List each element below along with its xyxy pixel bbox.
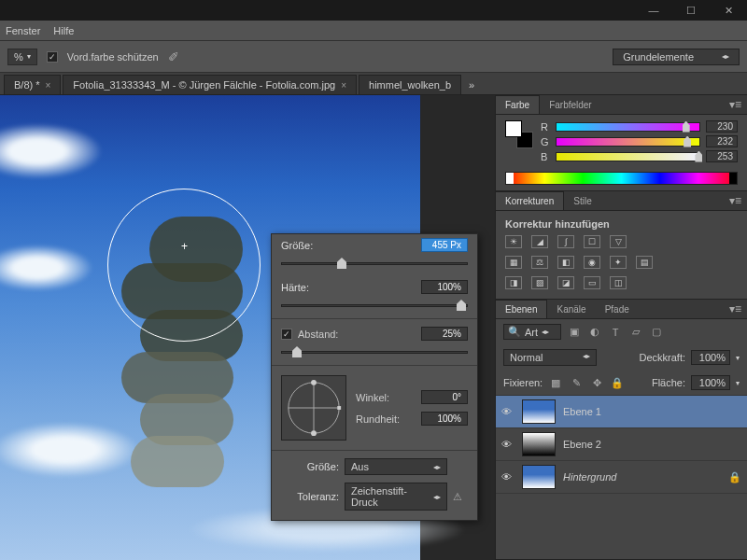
menu-hilfe[interactable]: Hilfe: [53, 25, 74, 36]
b-value[interactable]: 253: [706, 150, 738, 162]
layer-name[interactable]: Ebene 2: [563, 439, 601, 450]
svg-point-3: [311, 380, 317, 385]
color-spectrum[interactable]: [505, 172, 738, 185]
threshold-icon[interactable]: ◪: [557, 276, 574, 289]
layer-name[interactable]: Hintergrund: [563, 471, 616, 483]
g-value[interactable]: 232: [706, 135, 738, 147]
visibility-icon[interactable]: 👁: [501, 406, 514, 417]
tab-pfade[interactable]: Pfade: [596, 301, 639, 318]
close-icon[interactable]: ×: [46, 80, 51, 91]
blend-mode-dropdown[interactable]: Normal◂▸: [503, 349, 597, 366]
bw-icon[interactable]: ◧: [557, 256, 574, 269]
size-input[interactable]: 455 Px: [421, 238, 468, 252]
g-slider[interactable]: [556, 137, 700, 147]
protect-foreground-checkbox[interactable]: ✓: [47, 51, 58, 63]
right-panels: Farbe Farbfelder ▾≡ R230 G232 B253 Korre…: [495, 95, 747, 560]
color-swatch[interactable]: [505, 120, 533, 148]
tab-farbe[interactable]: Farbe: [496, 95, 540, 114]
tab-1[interactable]: B/8) *×: [4, 75, 61, 94]
size-slider[interactable]: [281, 258, 468, 269]
warning-icon: ⚠: [453, 491, 462, 503]
panel-menu-icon[interactable]: ▾≡: [724, 302, 747, 315]
layer-name[interactable]: Ebene 1: [563, 406, 601, 417]
layer-thumbnail: [522, 399, 556, 424]
filter-shape-icon[interactable]: ▱: [628, 326, 643, 339]
workspace-dropdown[interactable]: Grundelemente◂▸: [613, 49, 740, 65]
opacity-field[interactable]: %▾: [7, 49, 37, 65]
lock-position-icon[interactable]: ✥: [589, 376, 604, 389]
angle-input[interactable]: 0°: [421, 390, 468, 404]
filter-type-icon[interactable]: T: [608, 326, 623, 339]
roundness-input[interactable]: 100%: [421, 412, 468, 426]
gradient-map-icon[interactable]: ▭: [584, 276, 600, 289]
close-icon[interactable]: ×: [341, 80, 346, 91]
r-value[interactable]: 230: [706, 120, 738, 133]
channel-mixer-icon[interactable]: ✦: [610, 256, 627, 269]
minimize-button[interactable]: —: [641, 2, 667, 19]
layer-filter-dropdown[interactable]: 🔍Art◂▸: [503, 324, 561, 340]
tab-farbfelder[interactable]: Farbfelder: [540, 96, 601, 114]
tab-kanaele[interactable]: Kanäle: [547, 301, 595, 318]
tolerance-label: Toleranz:: [281, 491, 339, 502]
filter-image-icon[interactable]: ▣: [567, 326, 582, 339]
filter-adjust-icon[interactable]: ◐: [587, 326, 602, 339]
tab-ebenen[interactable]: Ebenen: [496, 300, 547, 318]
filter-smart-icon[interactable]: ▢: [649, 326, 664, 339]
hardness-input[interactable]: 100%: [421, 280, 468, 294]
photo-filter-icon[interactable]: ◉: [584, 256, 600, 269]
vibrance-icon[interactable]: ▽: [610, 235, 627, 248]
airbrush-icon[interactable]: ✐: [168, 49, 179, 64]
hardness-slider[interactable]: [281, 300, 468, 311]
menu-fenster[interactable]: Fenster: [6, 25, 40, 36]
layer-thumbnail: [522, 465, 556, 489]
color-panel: Farbe Farbfelder ▾≡ R230 G232 B253: [496, 95, 747, 191]
selective-color-icon[interactable]: ◫: [610, 276, 627, 289]
balance-icon[interactable]: ⚖: [531, 256, 548, 269]
hue-icon[interactable]: ▦: [505, 256, 522, 269]
tab-stile[interactable]: Stile: [564, 192, 600, 210]
canvas[interactable]: + Größe:455 Px Härte:100% ✓Abstand:25% W…: [0, 95, 495, 560]
layer-item-2[interactable]: 👁 Ebene 2: [496, 428, 747, 461]
tolerance-dropdown[interactable]: Zeichenstift-Druck◂▸: [345, 483, 447, 511]
brightness-icon[interactable]: ☀: [505, 235, 522, 248]
opacity-value[interactable]: 100%: [691, 350, 730, 365]
lock-transparency-icon[interactable]: ▩: [548, 376, 563, 389]
maximize-button[interactable]: ☐: [678, 2, 704, 19]
b-slider[interactable]: [556, 152, 700, 161]
visibility-icon[interactable]: 👁: [501, 471, 514, 483]
spacing-label: Abstand:: [298, 329, 338, 340]
angle-control[interactable]: [281, 375, 346, 441]
panel-menu-icon[interactable]: ▾≡: [724, 194, 747, 207]
lookup-icon[interactable]: ▤: [636, 256, 653, 269]
close-button[interactable]: ✕: [715, 2, 741, 19]
curves-icon[interactable]: ∫: [557, 235, 574, 248]
b-label: B: [541, 151, 550, 162]
g-label: G: [541, 136, 550, 147]
spacing-slider[interactable]: [281, 346, 468, 357]
r-label: R: [541, 121, 550, 133]
r-slider[interactable]: [556, 122, 700, 132]
tabs-overflow[interactable]: »: [463, 76, 480, 94]
svg-rect-5: [337, 406, 341, 410]
invert-icon[interactable]: ◨: [505, 276, 522, 289]
fill-value[interactable]: 100%: [691, 375, 730, 390]
document-tabs: B/8) *× Fotolia_31333343_M - © Jürgen Fä…: [0, 73, 747, 95]
levels-icon[interactable]: ◢: [531, 235, 548, 248]
spacing-checkbox[interactable]: ✓: [281, 329, 292, 340]
lock-paint-icon[interactable]: ✎: [569, 376, 584, 389]
layer-item-1[interactable]: 👁 Ebene 1: [496, 396, 747, 428]
tab-3[interactable]: himmel_wolken_b: [359, 75, 461, 94]
spacing-input[interactable]: 25%: [421, 327, 468, 341]
hardness-label: Härte:: [281, 282, 339, 293]
tab-korrekturen[interactable]: Korrekturen: [496, 191, 564, 210]
panel-menu-icon[interactable]: ▾≡: [724, 98, 747, 111]
tab-2[interactable]: Fotolia_31333343_M - © Jürgen Fälchle - …: [63, 75, 357, 94]
exposure-icon[interactable]: ☐: [584, 235, 600, 248]
layer-item-3[interactable]: 👁 Hintergrund 🔒: [496, 461, 747, 494]
lock-label: Fixieren:: [503, 377, 543, 388]
lock-all-icon[interactable]: 🔒: [610, 376, 625, 389]
visibility-icon[interactable]: 👁: [501, 439, 514, 450]
protect-foreground-label: Vord.farbe schützen: [67, 51, 159, 63]
posterize-icon[interactable]: ▨: [531, 276, 548, 289]
size-control-dropdown[interactable]: Aus◂▸: [345, 458, 447, 475]
